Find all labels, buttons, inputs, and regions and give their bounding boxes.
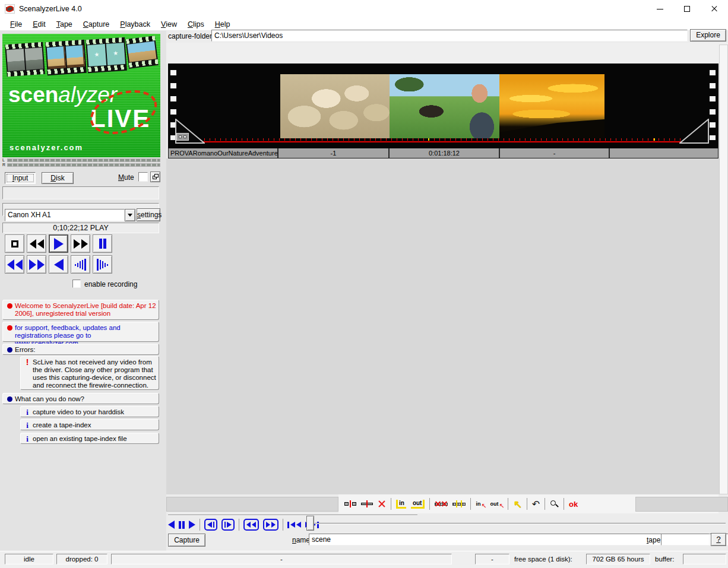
capture-button[interactable]: Capture xyxy=(168,534,205,547)
scene-label[interactable]: 0:01:18:12 xyxy=(390,148,500,158)
enable-recording-checkbox[interactable] xyxy=(72,280,81,288)
double-back-icon xyxy=(246,522,251,528)
close-button[interactable] xyxy=(701,0,728,18)
info-icon: i xyxy=(22,408,33,415)
status-dash: - xyxy=(475,554,509,564)
action-open-tape-index[interactable]: i open an existing tape-index file xyxy=(20,433,159,444)
main-upper-gap xyxy=(166,43,728,64)
scene-labels-row: PROVARomanoOurNatureAdventure -1 0:01:18… xyxy=(168,148,718,158)
scene-label[interactable] xyxy=(610,148,718,158)
enable-recording-label: enable recording xyxy=(84,280,137,288)
stop-button[interactable] xyxy=(5,234,24,253)
fast-forward-icon xyxy=(74,239,80,249)
play-reverse-button[interactable] xyxy=(49,255,68,274)
meter-right-label: R xyxy=(2,163,7,167)
tape-input[interactable] xyxy=(661,534,710,545)
thumbnail-sunset[interactable] xyxy=(499,74,604,138)
minimize-button[interactable] xyxy=(646,0,673,18)
logo-red-swoosh xyxy=(84,81,160,144)
menu-capture[interactable]: Capture xyxy=(78,20,115,28)
toolbar-left-strip xyxy=(166,497,338,512)
scrub-slider-track[interactable] xyxy=(315,523,726,524)
status-bar: idle dropped: 0 - - free space (1 disk):… xyxy=(0,551,728,568)
tape-help-button[interactable]: ? xyxy=(711,533,726,546)
preview-play-reverse-button[interactable] xyxy=(168,521,175,529)
menu-file[interactable]: File xyxy=(5,20,27,28)
menu-tape[interactable]: Tape xyxy=(51,20,78,28)
status-state: idle xyxy=(5,554,53,564)
keep-marked-button[interactable] xyxy=(452,500,466,507)
rewind-button[interactable] xyxy=(27,234,46,253)
skip-forward-button[interactable] xyxy=(27,255,46,274)
thumbnail-boy-with-horse[interactable] xyxy=(390,74,499,138)
ok-button[interactable]: ok xyxy=(569,500,578,509)
capture-folder-input[interactable] xyxy=(211,30,688,42)
disk-button[interactable]: Disk xyxy=(42,172,74,184)
scrub-slider-handle[interactable] xyxy=(306,516,314,531)
thumbnail-sheep-flock[interactable] xyxy=(280,74,390,138)
select-tool-button[interactable]: ↖ xyxy=(513,498,521,510)
goto-in-point-button[interactable]: in↖ xyxy=(476,501,485,507)
frame-step-forward-button[interactable] xyxy=(221,519,235,531)
toolbar-separator xyxy=(429,498,430,510)
sprocket-holes-right xyxy=(710,70,716,140)
slow-forward-button[interactable] xyxy=(71,255,90,274)
jump-back-button[interactable] xyxy=(243,519,259,531)
explore-button[interactable]: Explore xyxy=(690,29,726,42)
scene-label[interactable]: -1 xyxy=(278,148,390,158)
maximize-button[interactable] xyxy=(673,0,701,18)
arrow-up-left-icon: ↖ xyxy=(481,502,486,510)
set-in-point-button[interactable]: in xyxy=(396,500,406,509)
preview-play-button[interactable] xyxy=(189,521,195,529)
scene-label[interactable]: - xyxy=(500,148,610,158)
goto-out-point-button[interactable]: out↖ xyxy=(490,501,503,507)
main-workspace xyxy=(166,158,728,494)
timecode-display: 0;10;22;12 PLAY xyxy=(2,223,159,233)
skip-back-button[interactable] xyxy=(5,255,24,274)
mute-checkbox[interactable] xyxy=(138,172,148,182)
jump-forward-button[interactable] xyxy=(263,519,278,531)
window-title: ScenalyzerLive 4.0 xyxy=(19,0,82,18)
zoom-button[interactable] xyxy=(550,500,559,509)
vertical-scrollbar[interactable] xyxy=(719,45,728,494)
slow-reverse-button[interactable] xyxy=(93,255,112,274)
menu-view[interactable]: View xyxy=(156,20,182,28)
menu-playback[interactable]: Playback xyxy=(115,20,156,28)
message-error-detail: ! ScLive has not received any video from… xyxy=(20,356,159,390)
transition-ramp-right xyxy=(679,119,709,144)
scene-label[interactable]: PROVARomanoOurNatureAdventure xyxy=(169,148,278,158)
device-dropdown-button[interactable] xyxy=(125,209,135,221)
capture-folder-label: capture-folder: xyxy=(168,32,214,40)
menu-help[interactable]: Help xyxy=(210,20,236,28)
tape-label: tape: xyxy=(647,536,663,544)
fast-forward-button[interactable] xyxy=(71,234,90,253)
play-reverse-icon xyxy=(54,259,64,271)
split-scene-button[interactable] xyxy=(344,500,356,507)
message-errors-header: Errors: xyxy=(2,344,159,355)
device-select[interactable]: Canon XH A1 xyxy=(5,209,135,221)
delete-marked-button[interactable] xyxy=(435,500,448,507)
join-scenes-button[interactable] xyxy=(361,500,373,507)
menu-clips[interactable]: Clips xyxy=(182,20,210,28)
undo-button[interactable]: ↶ xyxy=(532,499,540,510)
skip-back-icon xyxy=(7,259,14,270)
goto-start-button[interactable] xyxy=(287,522,301,528)
preview-pause-button[interactable] xyxy=(179,521,185,529)
pause-button[interactable] xyxy=(93,234,112,253)
timeline[interactable] xyxy=(178,141,708,142)
play-button[interactable] xyxy=(49,234,68,253)
frame-step-back-button[interactable] xyxy=(204,519,217,531)
red-dot-icon xyxy=(4,302,15,318)
pause-icon xyxy=(179,521,181,529)
input-button[interactable]: Input xyxy=(5,172,36,184)
settings-button[interactable]: settings xyxy=(137,208,160,221)
menu-edit[interactable]: Edit xyxy=(27,20,51,28)
toolbar-separator xyxy=(470,498,471,510)
float-window-button[interactable] xyxy=(150,172,160,182)
double-forward-icon xyxy=(266,522,270,528)
action-capture-video[interactable]: i capture video to your harddisk xyxy=(20,406,159,417)
set-out-point-button[interactable]: out xyxy=(411,500,425,509)
rewind-icon xyxy=(30,239,36,249)
action-create-tape-index[interactable]: i create a tape-index xyxy=(20,419,159,430)
delete-scene-button[interactable] xyxy=(378,500,386,508)
